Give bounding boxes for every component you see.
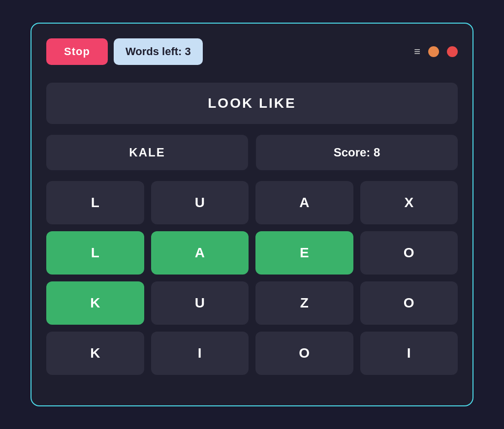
words-left-badge: Words left: 3 <box>114 38 203 65</box>
menu-icon[interactable]: ≡ <box>414 45 420 58</box>
score-box: Score: 8 <box>256 135 458 170</box>
letter-button[interactable]: I <box>151 332 249 375</box>
letter-button[interactable]: Z <box>255 281 353 325</box>
letter-grid: LUAXLAEOKUZOKIOI <box>46 181 458 375</box>
game-window: Stop Words left: 3 ≡ LOOK LIKE KALE Scor… <box>31 23 473 406</box>
letter-button[interactable]: L <box>46 231 144 275</box>
clue-box: LOOK LIKE <box>46 83 458 124</box>
letter-button[interactable]: I <box>360 332 458 375</box>
dot-orange-icon[interactable] <box>428 46 439 57</box>
info-row: KALE Score: 8 <box>46 135 458 170</box>
letter-button[interactable]: O <box>255 332 353 375</box>
letter-button[interactable]: U <box>151 181 249 224</box>
stop-button[interactable]: Stop <box>46 38 108 65</box>
letter-button[interactable]: L <box>46 181 144 224</box>
letter-button[interactable]: A <box>255 181 353 224</box>
letter-button[interactable]: O <box>360 281 458 325</box>
letter-button[interactable]: X <box>360 181 458 224</box>
header: Stop Words left: 3 ≡ <box>46 38 458 65</box>
letter-button[interactable]: A <box>151 231 249 275</box>
current-word-box: KALE <box>46 135 248 170</box>
clue-text: LOOK LIKE <box>208 95 296 111</box>
letter-button[interactable]: K <box>46 332 144 375</box>
letter-button[interactable]: U <box>151 281 249 325</box>
letter-button[interactable]: O <box>360 231 458 275</box>
letter-button[interactable]: E <box>255 231 353 275</box>
letter-button[interactable]: K <box>46 281 144 325</box>
header-icons: ≡ <box>414 45 458 58</box>
dot-red-icon[interactable] <box>447 46 458 57</box>
